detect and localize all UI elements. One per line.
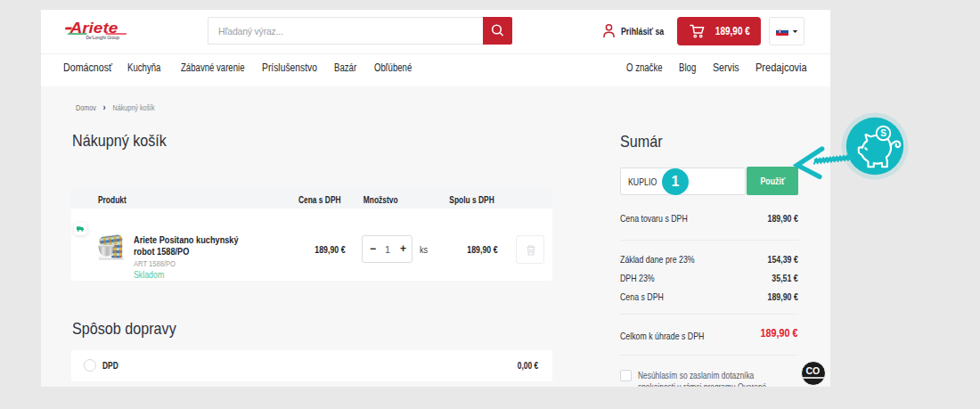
svg-text:S: S xyxy=(880,128,886,138)
svg-text:De'Longhi Group: De'Longhi Group xyxy=(86,35,120,40)
svg-text:Ariete: Ariete xyxy=(69,20,118,36)
